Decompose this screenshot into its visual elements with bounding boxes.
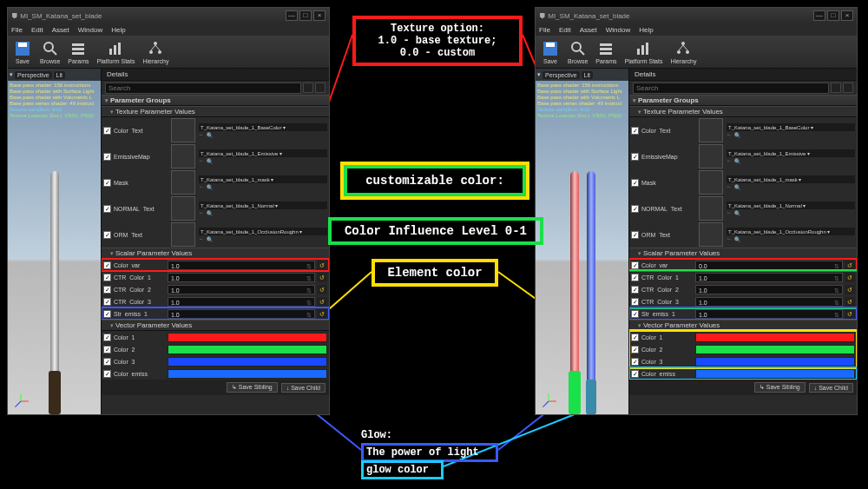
menu-file[interactable]: File	[11, 26, 23, 34]
reset-button[interactable]: ↺	[317, 297, 327, 307]
color-swatch[interactable]	[168, 369, 327, 379]
parameter-groups-header[interactable]: Parameter Groups	[102, 95, 329, 106]
param-checkbox[interactable]: ✓	[103, 231, 111, 239]
param-checkbox[interactable]: ✓	[103, 286, 111, 294]
texture-name-dropdown[interactable]: T_Katana_set_blade_1_mask ▾	[199, 175, 327, 183]
reset-button[interactable]: ↺	[317, 261, 327, 270]
browse-icon[interactable]: 🔍	[734, 210, 740, 216]
param-checkbox[interactable]: ✓	[103, 179, 111, 187]
param-checkbox[interactable]: ✓	[103, 358, 111, 366]
save-child-button[interactable]: ↓ Save Child	[809, 383, 853, 393]
details-tab[interactable]: Details	[635, 70, 655, 78]
browse-icon[interactable]: 🔍	[207, 210, 213, 216]
param-checkbox[interactable]: ✓	[631, 179, 639, 187]
use-icon[interactable]: ←	[727, 184, 732, 190]
scalar-params-header[interactable]: Scalar Parameter Values	[629, 248, 857, 259]
reset-button[interactable]: ↺	[845, 273, 855, 282]
save-button[interactable]: Save	[10, 37, 36, 66]
param-checkbox[interactable]: ✓	[103, 153, 111, 161]
browse-icon[interactable]: 🔍	[734, 184, 740, 190]
color-swatch[interactable]	[168, 345, 327, 354]
minimize-button[interactable]: —	[813, 10, 825, 21]
menu-help[interactable]: Help	[639, 26, 653, 34]
viewport-options-icon[interactable]: ▾	[10, 71, 13, 78]
texture-name-dropdown[interactable]: T_Katana_set_blade_1_BaseColor ▾	[727, 123, 855, 131]
param-checkbox[interactable]: ✓	[103, 274, 111, 281]
scalar-value-input[interactable]: 1.0⇅	[695, 309, 843, 319]
color-swatch[interactable]	[168, 357, 327, 367]
close-button[interactable]: ×	[841, 10, 853, 21]
menu-window[interactable]: Window	[606, 26, 630, 34]
params-button[interactable]: Params	[64, 37, 92, 66]
use-icon[interactable]: ←	[199, 210, 204, 216]
scalar-params-header[interactable]: Scalar Parameter Values	[102, 248, 329, 259]
save-child-button[interactable]: ↓ Save Child	[281, 383, 326, 393]
texture-thumbnail[interactable]	[699, 196, 723, 221]
texture-thumbnail[interactable]	[171, 170, 195, 195]
param-checkbox[interactable]: ✓	[103, 370, 111, 378]
menu-asset[interactable]: Asset	[580, 26, 597, 34]
param-checkbox[interactable]: ✓	[631, 298, 639, 306]
search-input[interactable]	[633, 83, 829, 94]
vector-params-header[interactable]: Vector Parameter Values	[629, 320, 857, 331]
param-checkbox[interactable]: ✓	[631, 261, 639, 269]
reset-button[interactable]: ↺	[845, 309, 855, 319]
param-checkbox[interactable]: ✓	[631, 286, 639, 294]
scalar-value-input[interactable]: 1.0⇅	[168, 285, 315, 294]
param-checkbox[interactable]: ✓	[631, 334, 639, 341]
menu-edit[interactable]: Edit	[31, 26, 43, 34]
hierarchy-button[interactable]: Hierarchy	[139, 37, 172, 66]
search-input[interactable]	[105, 83, 301, 94]
param-checkbox[interactable]: ✓	[103, 310, 111, 318]
param-checkbox[interactable]: ✓	[103, 127, 111, 135]
texture-thumbnail[interactable]	[699, 118, 723, 142]
use-icon[interactable]: ←	[199, 158, 204, 164]
menu-help[interactable]: Help	[111, 26, 125, 34]
menu-window[interactable]: Window	[78, 26, 102, 34]
reset-button[interactable]: ↺	[845, 261, 855, 270]
color-swatch[interactable]	[695, 369, 855, 379]
browse-icon[interactable]: 🔍	[207, 236, 213, 242]
params-button[interactable]: Params	[592, 37, 620, 66]
color-swatch[interactable]	[695, 333, 855, 342]
save-button[interactable]: Save	[537, 37, 563, 66]
texture-thumbnail[interactable]	[171, 144, 195, 169]
reset-button[interactable]: ↺	[845, 285, 855, 294]
param-checkbox[interactable]: ✓	[103, 334, 111, 341]
use-icon[interactable]: ←	[727, 158, 732, 164]
browse-icon[interactable]: 🔍	[207, 132, 213, 138]
viewport-gizmo[interactable]	[11, 392, 30, 411]
menu-file[interactable]: File	[539, 26, 550, 34]
browse-icon[interactable]: 🔍	[734, 236, 740, 242]
details-tab[interactable]: Details	[107, 70, 128, 78]
viewport-gizmo[interactable]	[539, 392, 558, 411]
param-checkbox[interactable]: ✓	[103, 261, 111, 269]
browse-icon[interactable]: 🔍	[734, 158, 740, 164]
param-checkbox[interactable]: ✓	[631, 358, 639, 366]
color-swatch[interactable]	[695, 345, 855, 354]
eye-icon[interactable]	[315, 83, 326, 93]
texture-name-dropdown[interactable]: T_Katana_set_blade_1_OcclusionRoughn ▾	[727, 228, 855, 235]
use-icon[interactable]: ←	[199, 132, 204, 138]
texture-thumbnail[interactable]	[171, 118, 195, 142]
texture-name-dropdown[interactable]: T_Katana_set_blade_1_OcclusionRoughn ▾	[199, 228, 327, 235]
color-swatch[interactable]	[695, 357, 855, 367]
browse-icon[interactable]: 🔍	[734, 132, 740, 138]
texture-thumbnail[interactable]	[171, 222, 195, 247]
use-icon[interactable]: ←	[727, 236, 732, 242]
scalar-value-input[interactable]: 0.0⇅	[695, 261, 843, 270]
texture-name-dropdown[interactable]: T_Katana_set_blade_1_Emissive ▾	[199, 149, 327, 157]
menu-asset[interactable]: Asset	[52, 26, 69, 34]
use-icon[interactable]: ←	[199, 236, 204, 242]
titlebar[interactable]: ⛊ MI_SM_Katana_set_blade — □ ×	[8, 8, 329, 23]
scalar-value-input[interactable]: 1.0⇅	[168, 297, 315, 307]
save-sibling-button[interactable]: ↳ Save Sibling	[754, 382, 806, 393]
viewport-options-icon[interactable]: ▾	[537, 71, 541, 78]
browse-icon[interactable]: 🔍	[207, 184, 213, 190]
texture-thumbnail[interactable]	[699, 144, 723, 169]
viewport-lit[interactable]: Lit	[54, 71, 65, 79]
param-checkbox[interactable]: ✓	[631, 346, 639, 354]
param-checkbox[interactable]: ✓	[631, 310, 639, 318]
scalar-value-input[interactable]: 1.0⇅	[695, 273, 843, 282]
use-icon[interactable]: ←	[199, 184, 204, 190]
